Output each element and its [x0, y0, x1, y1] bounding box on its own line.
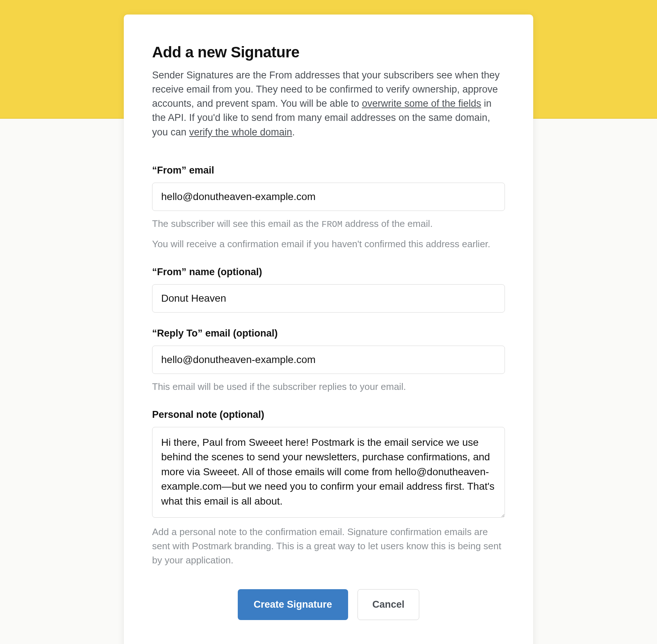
help-prefix: The subscriber will see this email as th…: [152, 218, 322, 229]
help-suffix: address of the email.: [342, 218, 433, 229]
reply-to-label: “Reply To” email (optional): [152, 328, 505, 339]
reply-to-input[interactable]: [152, 346, 505, 374]
from-email-label: “From” email: [152, 165, 505, 176]
personal-note-help: Add a personal note to the confirmation …: [152, 525, 505, 567]
from-email-help-2: You will receive a confirmation email if…: [152, 237, 505, 251]
button-row: Create Signature Cancel: [152, 589, 505, 620]
reply-to-help: This email will be used if the subscribe…: [152, 380, 505, 394]
intro-text: Sender Signatures are the From addresses…: [152, 68, 505, 139]
from-name-input[interactable]: [152, 284, 505, 313]
overwrite-fields-link[interactable]: overwrite some of the fields: [362, 98, 481, 109]
from-email-help-1: The subscriber will see this email as th…: [152, 217, 505, 231]
personal-note-textarea[interactable]: [152, 427, 505, 518]
from-name-group: “From” name (optional): [152, 266, 505, 313]
reply-to-group: “Reply To” email (optional) This email w…: [152, 328, 505, 394]
intro-suffix: .: [292, 127, 295, 138]
from-email-group: “From” email The subscriber will see thi…: [152, 165, 505, 251]
help-mono: FROM: [322, 220, 343, 229]
signature-form-card: Add a new Signature Sender Signatures ar…: [124, 15, 533, 644]
from-email-input[interactable]: [152, 183, 505, 211]
verify-domain-link[interactable]: verify the whole domain: [189, 127, 292, 138]
personal-note-group: Personal note (optional) Add a personal …: [152, 409, 505, 567]
create-signature-button[interactable]: Create Signature: [238, 589, 348, 620]
page-title: Add a new Signature: [152, 44, 505, 61]
cancel-button[interactable]: Cancel: [358, 589, 420, 620]
personal-note-label: Personal note (optional): [152, 409, 505, 420]
from-name-label: “From” name (optional): [152, 266, 505, 278]
